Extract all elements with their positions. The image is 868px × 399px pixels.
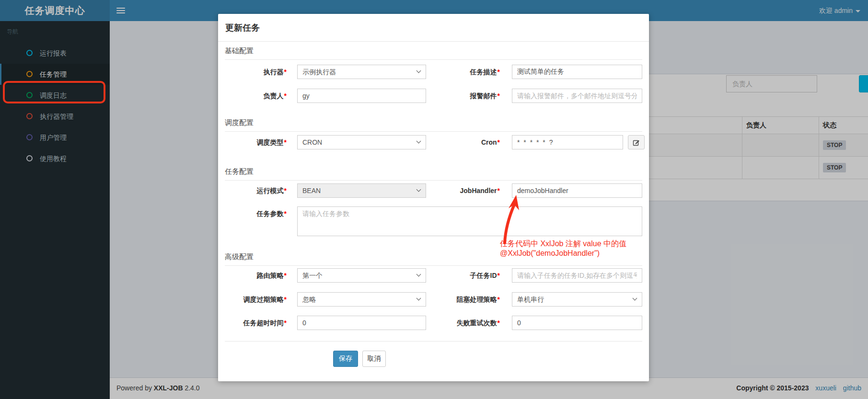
chevron-down-icon bbox=[417, 272, 421, 277]
glue-type-select[interactable]: BEAN bbox=[297, 183, 426, 198]
chevron-down-icon bbox=[417, 296, 421, 301]
owner-input[interactable] bbox=[297, 89, 426, 103]
block-strategy-label: 阻塞处理策略* bbox=[429, 292, 500, 307]
update-job-modal: 更新任务 基础配置 执行器* 示例执行器 任务描述* 负责人* 报警邮件* 调度… bbox=[218, 14, 649, 381]
schedule-type-select[interactable]: CRON bbox=[297, 135, 426, 149]
job-param-textarea[interactable] bbox=[297, 206, 642, 236]
job-desc-input[interactable] bbox=[512, 65, 642, 79]
owner-label: 负责人* bbox=[225, 89, 287, 103]
alarm-email-label: 报警邮件* bbox=[429, 89, 500, 103]
cancel-button[interactable]: 取消 bbox=[362, 351, 386, 367]
misfire-strategy-value: 忽略 bbox=[302, 296, 316, 303]
job-handler-label: JobHandler* bbox=[429, 183, 500, 198]
modal-header: 更新任务 bbox=[218, 14, 649, 42]
child-jobid-input[interactable] bbox=[512, 268, 642, 283]
route-strategy-select[interactable]: 第一个 bbox=[297, 268, 426, 283]
job-handler-input[interactable] bbox=[512, 183, 642, 198]
schedule-type-value: CRON bbox=[302, 138, 322, 146]
block-strategy-select[interactable]: 单机串行 bbox=[512, 292, 642, 307]
job-param-label: 任务参数* bbox=[225, 206, 287, 221]
executor-select[interactable]: 示例执行器 bbox=[297, 65, 426, 79]
cron-input[interactable] bbox=[512, 135, 623, 149]
glue-type-value: BEAN bbox=[302, 187, 321, 194]
cron-edit-button[interactable] bbox=[628, 135, 645, 149]
misfire-strategy-select[interactable]: 忽略 bbox=[297, 292, 426, 307]
child-jobid-label: 子任务ID* bbox=[429, 268, 500, 283]
fail-retry-input[interactable] bbox=[512, 316, 642, 330]
route-strategy-value: 第一个 bbox=[302, 272, 323, 279]
job-desc-label: 任务描述* bbox=[429, 65, 500, 79]
section-advanced-config: 高级配置 bbox=[225, 252, 642, 266]
edit-pencil-icon bbox=[633, 139, 640, 146]
route-strategy-label: 路由策略* bbox=[225, 268, 287, 283]
executor-value: 示例执行器 bbox=[302, 68, 336, 76]
section-schedule-config: 调度配置 bbox=[225, 118, 642, 132]
misfire-strategy-label: 调度过期策略* bbox=[225, 292, 287, 307]
executor-label: 执行器* bbox=[225, 65, 287, 79]
save-button[interactable]: 保存 bbox=[333, 351, 358, 367]
chevron-down-icon bbox=[417, 139, 421, 144]
modal-title: 更新任务 bbox=[225, 22, 260, 34]
timeout-input[interactable] bbox=[297, 316, 426, 330]
fail-retry-label: 失败重试次数* bbox=[429, 316, 500, 330]
section-base-config: 基础配置 bbox=[225, 46, 642, 60]
schedule-type-label: 调度类型* bbox=[225, 135, 287, 149]
chevron-down-icon bbox=[417, 187, 421, 192]
alarm-email-input[interactable] bbox=[512, 89, 642, 103]
timeout-label: 任务超时时间* bbox=[225, 316, 287, 330]
modal-footer-divider bbox=[225, 341, 642, 342]
chevron-down-icon bbox=[633, 296, 637, 301]
cron-label: Cron* bbox=[429, 135, 500, 149]
glue-type-label: 运行模式* bbox=[225, 183, 287, 198]
section-job-config: 任务配置 bbox=[225, 167, 642, 181]
block-strategy-value: 单机串行 bbox=[517, 296, 544, 303]
chevron-down-icon bbox=[417, 68, 421, 73]
